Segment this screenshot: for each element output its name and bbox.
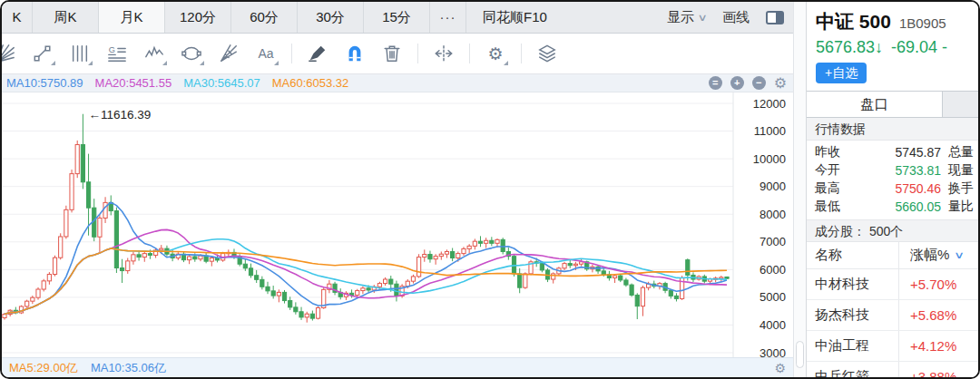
svg-text:6000: 6000 xyxy=(760,263,786,277)
quote-panel: 中证 500 1B0905 5676.83↓ -69.04 - +自选 盘口 行… xyxy=(806,2,978,377)
vertical-lines-icon[interactable] xyxy=(68,42,92,65)
tab-30min[interactable]: 30分 xyxy=(298,2,364,33)
ellipse-tool-icon[interactable] xyxy=(180,42,203,65)
stock-code: 1B0905 xyxy=(899,15,946,31)
price-change: -69.04 - xyxy=(891,38,947,57)
dropdown-caret xyxy=(88,61,93,65)
constituent-row[interactable]: 中材科技 +5.70% xyxy=(807,269,978,300)
quote-row-prevclose: 昨收 5745.87 总量 xyxy=(807,143,978,161)
constituent-row[interactable]: 扬杰科技 +5.68% xyxy=(807,300,978,331)
constituent-row[interactable]: 中兵红箭 +3.88% xyxy=(807,362,978,377)
constituent-name: 中油工程 xyxy=(807,337,898,355)
trend-line-icon[interactable] xyxy=(31,42,54,65)
svg-text:9000: 9000 xyxy=(760,180,786,193)
ma60-label: MA60:6053.32 xyxy=(272,76,349,90)
constituent-row[interactable]: 中油工程 +4.12% xyxy=(807,331,978,362)
volume-settings-icon[interactable]: ⚙ xyxy=(774,361,786,375)
display-menu[interactable]: 显示∨ xyxy=(667,9,706,26)
quote-label2: 总量 xyxy=(948,144,974,160)
tab-pankou-rest xyxy=(943,92,978,117)
quote-value: 5750.46 xyxy=(857,181,941,196)
expand-horizontal-icon[interactable] xyxy=(432,42,456,65)
quote-label: 最高 xyxy=(815,180,857,197)
layers-icon[interactable] xyxy=(535,42,559,65)
sort-chevron-icon[interactable]: ∨ xyxy=(954,249,965,261)
toolbar-divider xyxy=(291,44,292,63)
dropdown-caret xyxy=(162,61,167,65)
magnet-icon[interactable] xyxy=(343,42,367,65)
tab-more-periods[interactable]: ··· xyxy=(430,2,466,33)
tab-pankou[interactable]: 盘口 xyxy=(807,92,943,117)
zoom-out-icon[interactable]: − xyxy=(752,76,766,90)
tab-day-k[interactable]: K xyxy=(2,2,33,33)
quote-table: 昨收 5745.87 总量 今开 5733.81 现量 最高 5750.46 换… xyxy=(807,141,978,219)
gann-fan-icon[interactable] xyxy=(0,42,17,65)
chart-settings-icon[interactable]: ⚙ xyxy=(774,76,787,91)
svg-text:12000: 12000 xyxy=(753,97,786,111)
wave-line-icon[interactable] xyxy=(142,42,166,65)
quote-value: 5733.81 xyxy=(857,163,941,178)
tab-week-k[interactable]: 周K xyxy=(33,2,99,33)
quote-label2: 量比 xyxy=(948,199,974,215)
quote-label: 最低 xyxy=(815,199,857,215)
svg-text:11000: 11000 xyxy=(754,124,786,138)
settings-gear-icon[interactable]: ⚙ xyxy=(484,42,507,65)
ma-indicator-row: MA10:5750.89 MA20:5451.55 MA30:5645.07 M… xyxy=(2,74,793,92)
dropdown-caret xyxy=(51,61,55,65)
stock-name: 中证 500 xyxy=(816,9,891,34)
text-annotation-icon[interactable]: Aa xyxy=(254,42,278,65)
scrollbar-thumb[interactable] xyxy=(796,341,804,368)
trash-icon[interactable] xyxy=(380,42,404,65)
kline-svg[interactable]: 1200011000100009000800070006000500040003… xyxy=(2,92,793,357)
constituent-pct: +5.68% xyxy=(898,300,978,330)
constituent-name: 中材科技 xyxy=(807,276,898,293)
tab-ths-f10[interactable]: 同花顺F10 xyxy=(466,2,564,33)
tab-60min[interactable]: 60分 xyxy=(231,2,298,33)
panel-toggle-icon[interactable] xyxy=(766,11,784,24)
svg-text:5000: 5000 xyxy=(760,290,786,304)
constituents-section-header: 成分股： 500个 xyxy=(807,219,978,242)
svg-text:3000: 3000 xyxy=(760,346,786,358)
col-pct-label: 涨幅% xyxy=(910,247,949,264)
toolbar-divider xyxy=(469,44,470,63)
quote-label2: 换手 xyxy=(948,180,974,197)
dropdown-caret xyxy=(200,61,204,65)
draw-line-button[interactable]: 画线 xyxy=(722,9,750,26)
panel-tabbar: 盘口 xyxy=(807,91,978,118)
svg-text:G: G xyxy=(109,45,115,54)
svg-text:8000: 8000 xyxy=(760,208,786,221)
col-name-header: 名称 xyxy=(807,247,898,264)
period-tabbar: K 周K 月K 120分 60分 30分 15分 ··· 同花顺F10 显示∨ … xyxy=(2,2,793,34)
pencil-icon[interactable] xyxy=(306,42,329,65)
drawing-toolbar: G Aa xyxy=(2,34,793,74)
market-data-section-header: 行情数据 xyxy=(807,118,978,141)
fan-lines-icon[interactable] xyxy=(217,42,240,65)
gann-grid-icon[interactable]: G xyxy=(105,42,129,65)
ma10-label: MA10:5750.89 xyxy=(6,76,83,90)
svg-text:10000: 10000 xyxy=(753,152,786,166)
constituents-table-header: 名称 涨幅%∨ xyxy=(807,242,978,269)
toolbar-divider xyxy=(521,44,522,63)
last-price: 5676.83↓ xyxy=(816,38,883,57)
chart-pane: K 周K 月K 120分 60分 30分 15分 ··· 同花顺F10 显示∨ … xyxy=(2,2,793,377)
zoom-in-icon[interactable]: + xyxy=(730,76,744,90)
ma20-label: MA20:5451.55 xyxy=(95,76,172,90)
svg-text:←11616.39: ←11616.39 xyxy=(88,108,151,121)
dropdown-caret xyxy=(274,61,279,65)
panel-toggle-fill xyxy=(776,13,782,23)
stock-app-window: K 周K 月K 120分 60分 30分 15分 ··· 同花顺F10 显示∨ … xyxy=(0,0,980,379)
vol-ma5-label: MA5:29.00亿 xyxy=(9,360,78,376)
svg-text:4000: 4000 xyxy=(760,318,786,332)
tab-120min[interactable]: 120分 xyxy=(165,2,231,33)
ma30-label: MA30:5645.07 xyxy=(183,76,260,90)
tab-month-k[interactable]: 月K xyxy=(99,2,165,33)
tab-15min[interactable]: 15分 xyxy=(364,2,430,33)
vol-ma10-label: MA10:35.06亿 xyxy=(91,360,166,376)
display-menu-label: 显示 xyxy=(667,9,694,26)
col-pct-header[interactable]: 涨幅%∨ xyxy=(898,242,978,268)
svg-text:7000: 7000 xyxy=(760,235,786,248)
candlestick-chart[interactable]: 1200011000100009000800070006000500040003… xyxy=(2,92,793,357)
quote-row-open: 今开 5733.81 现量 xyxy=(807,161,978,180)
chart-menu-icon[interactable]: = xyxy=(709,76,722,90)
add-watchlist-button[interactable]: +自选 xyxy=(816,63,867,83)
